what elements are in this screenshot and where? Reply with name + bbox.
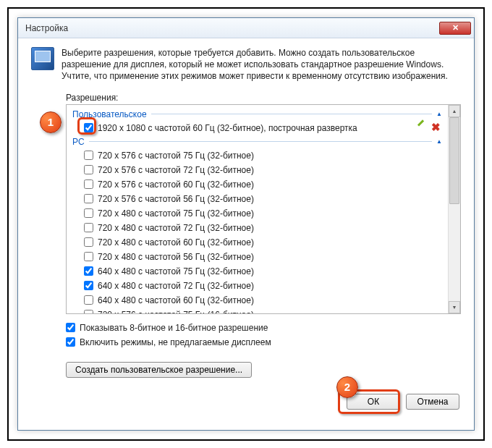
group-label: Пользовательское	[72, 109, 147, 119]
create-custom-resolution-button[interactable]: Создать пользовательское разрешение...	[66, 362, 252, 378]
options-block: Показывать 8-битное и 16-битное разрешен…	[66, 323, 461, 352]
resolution-row-custom[interactable]: 1920 x 1080 с частотой 60 Гц (32-битное)…	[67, 121, 448, 135]
resolution-row[interactable]: 720 x 576 с частотой 60 Гц (32-битное)	[67, 177, 448, 192]
resolution-checkbox[interactable]	[84, 123, 93, 132]
intro-block: Выберите разрешения, которые требуется д…	[31, 47, 461, 83]
group-header-custom[interactable]: Пользовательское ▲	[67, 108, 448, 121]
chevron-up-icon[interactable]: ▲	[436, 111, 442, 117]
resolution-label: 720 x 480 с частотой 75 Гц (32-битное)	[98, 208, 442, 219]
content-area: Выберите разрешения, которые требуется д…	[18, 38, 474, 430]
delete-icon[interactable]: ✖	[431, 123, 441, 133]
footer-buttons: 2 ОК Отмена	[31, 394, 461, 410]
listbox-wrap: 1 Пользовательское ▲ 1920 x 1080 с часто…	[66, 104, 461, 314]
pc-resolution-list: 720 x 576 с частотой 75 Гц (32-битное)72…	[67, 148, 448, 313]
resolution-checkbox[interactable]	[84, 237, 93, 247]
resolution-label: 720 x 576 с частотой 75 Гц (16-битное)	[98, 310, 442, 313]
close-icon: ✕	[452, 23, 459, 33]
resolution-label: 720 x 480 с частотой 60 Гц (32-битное)	[98, 237, 442, 248]
resolution-row[interactable]: 720 x 576 с частотой 75 Гц (16-битное)	[67, 308, 448, 313]
resolution-row[interactable]: 640 x 480 с частотой 72 Гц (32-битное)	[67, 279, 448, 293]
resolution-label: 720 x 576 с частотой 60 Гц (32-битное)	[98, 179, 442, 190]
resolution-label: 640 x 480 с частотой 75 Гц (32-битное)	[98, 266, 442, 276]
resolution-row[interactable]: 720 x 576 с частотой 75 Гц (32-битное)	[67, 148, 448, 163]
resolution-checkbox[interactable]	[84, 295, 93, 305]
resolution-checkbox[interactable]	[84, 208, 93, 218]
option-checkbox[interactable]	[66, 337, 75, 347]
option-show-8-16-bit[interactable]: Показывать 8-битное и 16-битное разрешен…	[66, 323, 461, 333]
resolution-row[interactable]: 640 x 480 с частотой 60 Гц (32-битное)	[67, 293, 448, 308]
resolution-checkbox[interactable]	[84, 223, 93, 232]
scroll-thumb[interactable]	[449, 117, 459, 204]
dialog-window: Настройка ✕ Выберите разрешения, которые…	[17, 17, 475, 431]
resolutions-label: Разрешения:	[66, 93, 461, 103]
resolution-checkbox[interactable]	[84, 252, 93, 261]
option-include-unsupported[interactable]: Включить режимы, не предлагаемые дисплее…	[66, 337, 461, 347]
intro-text: Выберите разрешения, которые требуется д…	[62, 47, 461, 83]
resolution-checkbox[interactable]	[84, 165, 93, 174]
resolution-row[interactable]: 720 x 480 с частотой 56 Гц (32-битное)	[67, 250, 448, 264]
resolution-checkbox[interactable]	[84, 179, 93, 189]
resolution-row[interactable]: 720 x 480 с частотой 75 Гц (32-битное)	[67, 206, 448, 221]
resolution-label: 720 x 576 с частотой 72 Гц (32-битное)	[98, 165, 442, 175]
resolution-checkbox[interactable]	[84, 281, 93, 290]
resolution-label: 720 x 480 с частотой 56 Гц (32-битное)	[98, 252, 442, 262]
titlebar: Настройка ✕	[18, 18, 474, 38]
group-header-pc[interactable]: PC ▲	[67, 135, 448, 148]
scroll-up-button[interactable]: ▲	[449, 105, 460, 117]
resolution-label: 640 x 480 с частотой 72 Гц (32-битное)	[98, 281, 442, 291]
resolution-row[interactable]: 640 x 480 с частотой 75 Гц (32-битное)	[67, 264, 448, 279]
scroll-down-button[interactable]: ▼	[449, 301, 460, 313]
monitor-icon	[31, 47, 54, 70]
chevron-up-icon[interactable]: ▲	[436, 138, 442, 145]
cancel-button[interactable]: Отмена	[406, 394, 459, 410]
screenshot-frame: Настройка ✕ Выберите разрешения, которые…	[7, 7, 485, 441]
resolution-row[interactable]: 720 x 576 с частотой 72 Гц (32-битное)	[67, 163, 448, 177]
resolution-row[interactable]: 720 x 480 с частотой 60 Гц (32-битное)	[67, 235, 448, 250]
resolution-checkbox[interactable]	[84, 310, 93, 313]
callout-badge-2: 2	[336, 376, 358, 398]
resolution-checkbox[interactable]	[84, 266, 93, 276]
resolution-label: 1920 x 1080 с частотой 60 Гц (32-битное)…	[98, 123, 412, 133]
ok-button[interactable]: ОК	[347, 394, 400, 410]
resolution-checkbox[interactable]	[84, 194, 93, 203]
close-button[interactable]: ✕	[439, 22, 471, 35]
resolution-label: 720 x 576 с частотой 75 Гц (32-битное)	[98, 151, 442, 161]
option-checkbox[interactable]	[66, 323, 75, 332]
callout-badge-1: 1	[40, 111, 62, 133]
edit-icon[interactable]	[417, 123, 427, 133]
resolution-row[interactable]: 720 x 576 с частотой 56 Гц (32-битное)	[67, 192, 448, 206]
scroll-track[interactable]	[449, 117, 460, 301]
resolution-label: 640 x 480 с частотой 60 Гц (32-битное)	[98, 295, 442, 305]
resolution-checkbox[interactable]	[84, 151, 93, 160]
window-title: Настройка	[25, 23, 439, 33]
create-custom-wrap: Создать пользовательское разрешение...	[66, 362, 461, 378]
list-inner: Пользовательское ▲ 1920 x 1080 с частото…	[67, 105, 448, 313]
group-label: PC	[72, 137, 85, 147]
vertical-scrollbar[interactable]: ▲ ▼	[448, 105, 460, 313]
option-label: Показывать 8-битное и 16-битное разрешен…	[80, 323, 268, 333]
resolutions-listbox[interactable]: Пользовательское ▲ 1920 x 1080 с частото…	[66, 104, 461, 314]
option-label: Включить режимы, не предлагаемые дисплее…	[80, 337, 271, 347]
resolution-row[interactable]: 720 x 480 с частотой 72 Гц (32-битное)	[67, 221, 448, 235]
resolution-label: 720 x 576 с частотой 56 Гц (32-битное)	[98, 194, 442, 204]
resolution-label: 720 x 480 с частотой 72 Гц (32-битное)	[98, 223, 442, 233]
